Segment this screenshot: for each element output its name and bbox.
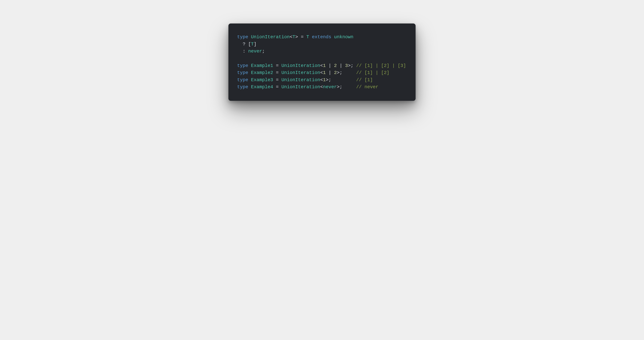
code-line: : never; xyxy=(237,49,265,54)
code-token: // [1] | [2] xyxy=(356,70,390,75)
code-line: type Example3 = UnionIteration<1>; // [1… xyxy=(237,77,373,82)
code-token: 3 xyxy=(345,63,348,68)
code-token: 2 xyxy=(334,63,337,68)
code-token: 1 xyxy=(323,77,326,82)
code-token: unknown xyxy=(334,34,354,40)
code-token: ; xyxy=(262,49,265,54)
code-token: Example1 xyxy=(251,63,273,68)
code-token: UnionIteration xyxy=(282,70,320,75)
code-token: : xyxy=(237,49,248,54)
code-token: | xyxy=(326,63,334,68)
code-snippet-card: type UnionIteration<T> = T extends unkno… xyxy=(228,24,416,101)
code-token xyxy=(353,63,356,68)
code-token xyxy=(248,84,251,90)
code-token: < xyxy=(320,77,323,82)
code-token: // [1] xyxy=(356,77,373,82)
code-token: >; xyxy=(326,77,331,82)
page-background: type UnionIteration<T> = T extends unkno… xyxy=(0,0,644,340)
code-token xyxy=(331,77,356,82)
code-line: type Example2 = UnionIteration<1 | 2>; /… xyxy=(237,70,390,75)
code-token: = xyxy=(273,84,282,90)
code-token xyxy=(248,77,251,82)
code-line: type Example4 = UnionIteration<never>; /… xyxy=(237,84,378,90)
code-token xyxy=(342,70,356,75)
code-token: extends xyxy=(312,34,332,40)
code-token xyxy=(248,34,251,40)
code-token: > xyxy=(295,34,298,40)
code-token xyxy=(331,34,334,40)
code-token: UnionIteration xyxy=(282,77,320,82)
code-token: never xyxy=(248,49,262,54)
code-token: | xyxy=(337,63,345,68)
code-token: Example2 xyxy=(251,70,273,75)
code-token: < xyxy=(320,63,323,68)
code-token: T xyxy=(251,42,254,47)
code-token: Example4 xyxy=(251,84,273,90)
code-token: >; xyxy=(337,70,342,75)
code-token: = xyxy=(273,63,282,68)
code-token: // never xyxy=(356,84,378,90)
code-token: >; xyxy=(348,63,353,68)
code-token: < xyxy=(320,84,323,90)
code-token: >; xyxy=(337,84,342,90)
code-token: UnionIteration xyxy=(282,63,320,68)
code-token: never xyxy=(323,84,337,90)
code-token: UnionIteration xyxy=(251,34,290,40)
code-block: type UnionIteration<T> = T extends unkno… xyxy=(237,34,407,91)
code-token: < xyxy=(290,34,293,40)
code-token: T xyxy=(292,34,295,40)
code-token: type xyxy=(237,84,248,90)
code-token: = xyxy=(273,70,282,75)
code-token: T xyxy=(306,34,309,40)
code-token xyxy=(342,84,356,90)
code-token: 2 xyxy=(334,70,337,75)
code-token: = xyxy=(298,34,306,40)
code-token: | xyxy=(326,70,334,75)
code-token: 1 xyxy=(323,70,326,75)
code-token: ? [ xyxy=(237,42,251,47)
code-token: = xyxy=(273,77,282,82)
code-token xyxy=(248,63,251,68)
code-token: type xyxy=(237,63,248,68)
code-token: < xyxy=(320,70,323,75)
code-token: type xyxy=(237,70,248,75)
code-line: ? [T] xyxy=(237,42,256,47)
code-token: Example3 xyxy=(251,77,273,82)
code-token: UnionIteration xyxy=(282,84,320,90)
code-line: type UnionIteration<T> = T extends unkno… xyxy=(237,34,353,40)
code-token: type xyxy=(237,77,248,82)
code-token xyxy=(248,70,251,75)
code-token: // [1] | [2] | [3] xyxy=(356,63,406,68)
code-token: type xyxy=(237,34,248,40)
code-token xyxy=(309,34,312,40)
code-token: ] xyxy=(254,42,256,47)
code-line: type Example1 = UnionIteration<1 | 2 | 3… xyxy=(237,63,406,68)
code-token: 1 xyxy=(323,63,326,68)
